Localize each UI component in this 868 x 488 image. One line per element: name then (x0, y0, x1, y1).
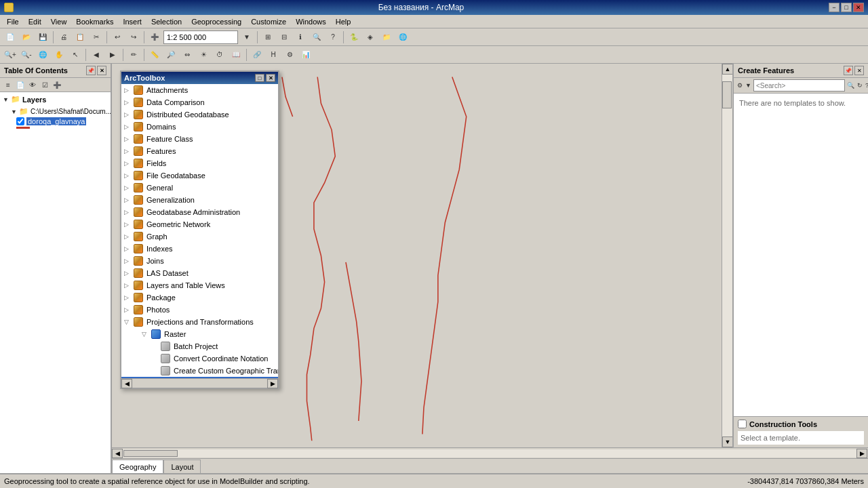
redo-button[interactable]: ↪ (126, 30, 141, 45)
toolbox-restore-button[interactable]: □ (255, 74, 264, 82)
hscroll-track[interactable] (123, 449, 856, 458)
toc-visibility-btn[interactable]: 👁 (27, 79, 38, 90)
toolbox-h-scroll-track[interactable] (132, 380, 267, 388)
toolbox-scroll-left[interactable]: ◀ (121, 379, 132, 388)
tree-item-projections[interactable]: ▽ Projections and Transformations (121, 316, 278, 328)
magnifier-btn[interactable]: 🔎 (163, 47, 178, 62)
timeslider-btn[interactable]: ⏱ (212, 47, 227, 62)
tree-item-raster-proj[interactable]: ▽ Raster (121, 328, 278, 340)
geography-tab[interactable]: Geography (112, 460, 163, 473)
folder-expand-icon[interactable]: ▼ (11, 108, 17, 115)
menu-insert[interactable]: Insert (119, 16, 146, 27)
vscroll-up-button[interactable]: ▲ (722, 64, 733, 75)
tree-item-las-dataset[interactable]: ▷ LAS Dataset (121, 267, 278, 279)
cf-search-button[interactable]: 🔍 (846, 80, 855, 91)
open-button[interactable]: 📂 (19, 30, 34, 45)
measure-btn[interactable]: 📏 (147, 47, 162, 62)
settings-btn[interactable]: ⚙ (282, 47, 297, 62)
identify-btn[interactable]: ℹ (293, 30, 308, 45)
forward-btn[interactable]: ▶ (105, 47, 120, 62)
tree-item-generalization[interactable]: ▷ Generalization (121, 194, 278, 206)
tree-item-geodatabase-admin[interactable]: ▷ Geodatabase Administration (121, 206, 278, 218)
tree-item-file-geodatabase[interactable]: ▷ File Geodatabase (121, 169, 278, 182)
tree-item-convert-coord[interactable]: Convert Coordinate Notation (121, 352, 278, 365)
hscroll-thumb[interactable] (123, 450, 178, 457)
toc-close-button[interactable]: ✕ (97, 66, 106, 75)
layer-name[interactable]: doroqa_glavnaya (26, 117, 86, 125)
menu-edit[interactable]: Edit (24, 16, 45, 27)
cf-organize-button[interactable]: ⚙ (736, 80, 743, 91)
effects-btn[interactable]: ☀ (196, 47, 211, 62)
toc-pin-button[interactable]: 📌 (86, 66, 96, 75)
vscroll-track[interactable] (722, 75, 732, 436)
cf-close-button[interactable]: ✕ (854, 66, 864, 75)
book-btn[interactable]: 📖 (229, 47, 243, 62)
print-button[interactable]: 🖨 (56, 30, 71, 45)
tree-item-joins[interactable]: ▷ Joins (121, 255, 278, 267)
toc-layer-item[interactable]: doroqa_glavnaya (3, 117, 108, 126)
layer-visibility-checkbox[interactable] (16, 117, 24, 125)
tree-item-photos[interactable]: ▷ Photos (121, 304, 278, 316)
zoom-in-btn[interactable]: 🔍+ (3, 47, 18, 62)
maximize-button[interactable]: □ (841, 3, 852, 12)
tree-item-attachments[interactable]: ▷ Attachments (121, 84, 278, 96)
cf-help-button[interactable]: ? (865, 80, 868, 91)
cf-search-input[interactable] (753, 79, 845, 92)
tree-item-graph[interactable]: ▷ Graph (121, 230, 278, 243)
vscroll-down-button[interactable]: ▼ (722, 436, 733, 447)
cut-button[interactable]: ✂ (89, 30, 104, 45)
toc-selection-btn[interactable]: ☑ (39, 79, 50, 90)
arcglobe-btn[interactable]: 🌐 (395, 30, 410, 45)
tree-item-layers-table-views[interactable]: ▷ Layers and Table Views (121, 279, 278, 291)
arcmap-help[interactable]: ? (326, 30, 340, 45)
hscroll-right-button[interactable]: ▶ (856, 449, 867, 458)
menu-file[interactable]: File (3, 16, 23, 27)
tree-item-geometric-network[interactable]: ▷ Geometric Network (121, 218, 278, 230)
menu-customize[interactable]: Customize (247, 16, 290, 27)
tree-item-feature-class[interactable]: ▷ Feature Class (121, 133, 278, 145)
hyperlink-btn[interactable]: 🔗 (250, 47, 264, 62)
zoom-out-btn[interactable]: 🔍- (19, 47, 34, 62)
hscroll-left-button[interactable]: ◀ (112, 449, 123, 458)
tree-item-batch-project[interactable]: Batch Project (121, 340, 278, 352)
save-button[interactable]: 💾 (35, 30, 50, 45)
modelbuilder-btn[interactable]: ◈ (363, 30, 378, 45)
report-btn[interactable]: 📊 (298, 47, 313, 62)
undo-button[interactable]: ↩ (110, 30, 125, 45)
pan-btn[interactable]: ✋ (52, 47, 66, 62)
edit-btn[interactable]: ✏ (126, 47, 141, 62)
arccatalog-btn[interactable]: 📁 (379, 30, 394, 45)
cf-construction-checkbox[interactable] (738, 420, 747, 428)
tree-item-create-custom[interactable]: Create Custom Geographic Transfor... (121, 365, 278, 377)
scale-input[interactable] (163, 30, 238, 44)
menu-geoprocessing[interactable]: Geoprocessing (187, 16, 245, 27)
swipe-btn[interactable]: ⇔ (180, 47, 195, 62)
menu-help[interactable]: Help (332, 16, 355, 27)
cf-refresh-button[interactable]: ↻ (856, 80, 863, 91)
copy-button[interactable]: 📋 (73, 30, 87, 45)
menu-windows[interactable]: Windows (292, 16, 330, 27)
map-canvas[interactable]: ArcToolbox □ ✕ ▷ Attachments (112, 64, 722, 447)
minimize-button[interactable]: − (829, 3, 840, 12)
menu-view[interactable]: View (47, 16, 71, 27)
tree-item-general[interactable]: ▷ General (121, 182, 278, 194)
zoom-full[interactable]: ⊞ (260, 30, 275, 45)
layout-tab[interactable]: Layout (163, 460, 201, 473)
tree-item-data-comparison[interactable]: ▷ Data Comparison (121, 96, 278, 108)
globe-btn[interactable]: 🌐 (35, 47, 50, 62)
cf-pin-button[interactable]: 📌 (844, 66, 853, 75)
tree-item-indexes[interactable]: ▷ Indexes (121, 243, 278, 255)
python-btn[interactable]: 🐍 (347, 30, 361, 45)
scale-dropdown[interactable]: ▼ (239, 30, 254, 45)
toc-source-btn[interactable]: 📄 (15, 79, 26, 90)
zoom-layer[interactable]: ⊟ (277, 30, 292, 45)
cf-filter-button[interactable]: ▼ (745, 80, 752, 91)
layers-expand-icon[interactable]: ▼ (3, 96, 9, 103)
add-data-button[interactable]: ➕ (147, 30, 162, 45)
vscroll-thumb[interactable] (722, 81, 732, 108)
find-btn[interactable]: 🔍 (309, 30, 324, 45)
menu-selection[interactable]: Selection (147, 16, 186, 27)
toc-list-btn[interactable]: ≡ (3, 79, 14, 90)
tree-item-fields[interactable]: ▷ Fields (121, 157, 278, 169)
toc-add-btn[interactable]: ➕ (52, 79, 62, 90)
